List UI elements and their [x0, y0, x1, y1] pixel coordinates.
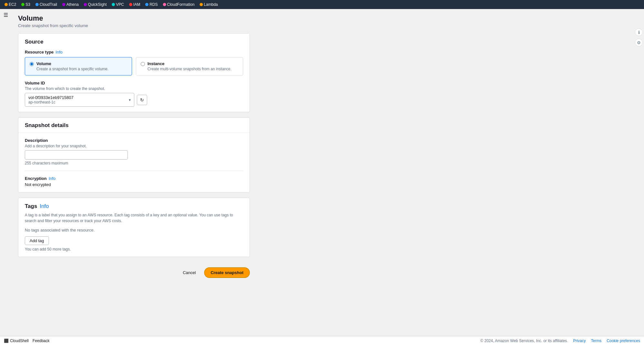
snapshot-details-title: Snapshot details — [18, 118, 250, 133]
instance-option-text: Instance Create multi-volume snapshots f… — [147, 61, 232, 71]
nav-item-cloudformation[interactable]: CloudFormation — [161, 2, 196, 7]
tags-card: Tags Info A tag is a label that you assi… — [18, 198, 250, 257]
encryption-row: Encryption Info Not encrypted — [25, 171, 243, 187]
vpc-icon — [112, 3, 115, 6]
refresh-button[interactable]: ↻ — [137, 95, 147, 105]
right-icons: ℹ ⚙ — [634, 26, 644, 49]
bottom-bar: ⬛ CloudShell Feedback © 2024, Amazon Web… — [0, 336, 644, 345]
info-icon-button[interactable]: ℹ — [635, 28, 643, 36]
page-content: Volume Create snapshot from specific vol… — [12, 9, 644, 296]
quicksight-icon — [84, 3, 87, 6]
volume-option-text: Volume Create a snapshot from a specific… — [36, 61, 109, 71]
description-input[interactable] — [25, 150, 128, 160]
add-tag-button[interactable]: Add tag — [25, 236, 49, 245]
tags-empty-text: No tags associated with the resource. — [25, 228, 243, 232]
instance-option-title: Instance — [147, 61, 232, 66]
volume-id-field: Volume ID The volume from which to creat… — [25, 81, 243, 107]
rds-icon — [145, 3, 148, 6]
page-subtitle: Create snapshot from specific volume — [18, 23, 638, 28]
source-section-title: Source — [25, 39, 243, 45]
cookie-preferences-link[interactable]: Cookie preferences — [607, 339, 640, 343]
tags-limit-text: You can add 50 more tags. — [25, 247, 243, 251]
snapshot-details-card: Snapshot details Description Add a descr… — [18, 117, 250, 192]
volume-id-desc: The volume from which to create the snap… — [25, 86, 243, 91]
lambda-icon — [200, 3, 203, 6]
create-snapshot-button[interactable]: Create snapshot — [204, 267, 250, 278]
terms-link[interactable]: Terms — [591, 339, 601, 343]
nav-item-lambda[interactable]: Lambda — [198, 2, 220, 7]
encryption-label: Encryption Info — [25, 176, 243, 181]
resource-option-volume[interactable]: Volume Create a snapshot from a specific… — [25, 57, 132, 75]
tags-header: Tags Info — [25, 203, 243, 210]
resource-option-instance[interactable]: Instance Create multi-volume snapshots f… — [136, 57, 243, 75]
instance-radio[interactable] — [141, 62, 145, 66]
page-title: Volume — [18, 14, 638, 23]
snapshot-details-body: Description Add a description for your s… — [18, 133, 250, 192]
nav-item-rds[interactable]: RDS — [143, 2, 159, 7]
tags-info-link[interactable]: Info — [40, 203, 49, 210]
copyright-text: © 2024, Amazon Web Services, Inc. or its… — [480, 339, 568, 343]
resource-type-label: Resource type Info — [25, 50, 243, 54]
resource-type-info-link[interactable]: Info — [56, 50, 63, 54]
tags-title: Tags — [25, 203, 37, 210]
volume-id-select[interactable]: vol-0f3933e1eb9715807 ap-northeast-1c ▾ — [25, 93, 134, 107]
volume-select-inner: vol-0f3933e1eb9715807 ap-northeast-1c — [28, 95, 73, 104]
volume-radio[interactable] — [30, 62, 34, 66]
instance-option-desc: Create multi-volume snapshots from an in… — [147, 67, 232, 71]
tags-description: A tag is a label that you assign to an A… — [25, 212, 243, 224]
s3-icon — [21, 3, 24, 6]
encryption-info-link[interactable]: Info — [49, 176, 56, 181]
description-label: Description — [25, 138, 243, 143]
volume-az-value: ap-northeast-1c — [28, 100, 73, 104]
sidebar-toggle-button[interactable]: ☰ — [0, 9, 12, 21]
nav-item-s3[interactable]: S3 — [19, 2, 32, 7]
chevron-down-icon: ▾ — [129, 98, 131, 102]
settings-icon-button[interactable]: ⚙ — [635, 39, 643, 46]
nav-item-quicksight[interactable]: QuickSight — [82, 2, 109, 7]
bottom-bar-left: ⬛ CloudShell Feedback — [4, 339, 50, 343]
description-desc: Add a description for your snapshot. — [25, 144, 243, 148]
feedback-link[interactable]: Feedback — [33, 339, 50, 343]
nav-item-athena[interactable]: Athena — [60, 2, 80, 7]
cloudformation-icon — [163, 3, 166, 6]
volume-option-title: Volume — [36, 61, 109, 66]
cloudshell-link[interactable]: ⬛ CloudShell — [4, 339, 29, 343]
encryption-value: Not encrypted — [25, 182, 243, 187]
nav-item-iam[interactable]: IAM — [127, 2, 142, 7]
privacy-link[interactable]: Privacy — [573, 339, 586, 343]
terminal-icon: ⬛ — [4, 339, 9, 343]
bottom-bar-right: © 2024, Amazon Web Services, Inc. or its… — [480, 339, 640, 343]
action-bar: Cancel Create snapshot — [18, 262, 250, 283]
volume-select-row: vol-0f3933e1eb9715807 ap-northeast-1c ▾ … — [25, 93, 243, 107]
athena-icon — [62, 3, 65, 6]
char-limit-text: 255 characters maximum — [25, 161, 243, 165]
resource-options: Volume Create a snapshot from a specific… — [25, 57, 243, 75]
ec2-icon — [5, 3, 8, 6]
top-nav: EC2 S3 CloudTrail Athena QuickSight VPC … — [0, 0, 644, 9]
iam-icon — [129, 3, 132, 6]
cancel-button[interactable]: Cancel — [178, 267, 200, 278]
nav-item-ec2[interactable]: EC2 — [3, 2, 18, 7]
volume-option-desc: Create a snapshot from a specific volume… — [36, 67, 109, 71]
nav-item-vpc[interactable]: VPC — [110, 2, 126, 7]
source-section: Source Resource type Info Volume Create … — [18, 33, 250, 112]
nav-item-cloudtrail[interactable]: CloudTrail — [33, 2, 59, 7]
page-header: Volume Create snapshot from specific vol… — [18, 14, 638, 28]
cloudtrail-icon — [35, 3, 39, 6]
volume-id-label: Volume ID — [25, 81, 243, 85]
volume-id-value: vol-0f3933e1eb9715807 — [28, 95, 73, 100]
